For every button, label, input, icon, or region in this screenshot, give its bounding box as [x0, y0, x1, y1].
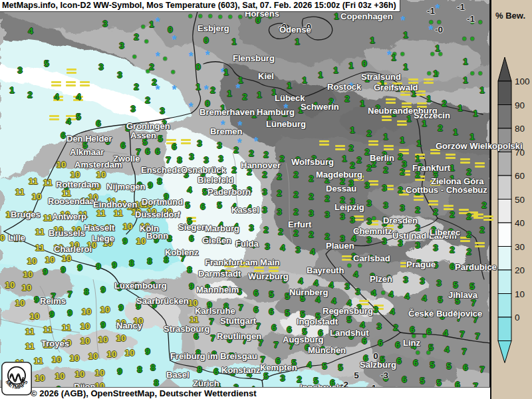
- metmaps-logo: METMAPS: [1, 362, 32, 396]
- svg-text:70: 70: [515, 148, 525, 158]
- svg-text:30: 30: [515, 242, 525, 252]
- svg-text:90: 90: [515, 100, 525, 110]
- copyright-text: © 2026 (AGB), OpenStreetMap, Deutscher W…: [31, 388, 256, 398]
- svg-text:40: 40: [515, 218, 525, 228]
- colorbar: 1009080706050403020100: [491, 0, 532, 399]
- svg-text:0: 0: [515, 313, 520, 323]
- svg-text:50: 50: [515, 195, 525, 205]
- title-bar: MetMaps.info, Icon-D2 WW-Symbol, Mos Tem…: [0, 0, 400, 12]
- weather-map-image: [0, 0, 491, 399]
- copyright-bar: © 2026 (AGB), OpenStreetMap, Deutscher W…: [0, 387, 490, 399]
- cloud-shading: [0, 0, 491, 399]
- map-title: MetMaps.info, Icon-D2 WW-Symbol, Mos Tem…: [2, 1, 396, 10]
- map-area: [0, 0, 491, 399]
- svg-text:60: 60: [515, 171, 525, 181]
- svg-text:80: 80: [515, 124, 525, 134]
- weather-map-app: % Bew. 1009080706050403020100 **********…: [0, 0, 532, 399]
- svg-text:10: 10: [515, 289, 525, 299]
- colorbar-panel: % Bew. 1009080706050403020100: [491, 0, 532, 399]
- svg-text:100: 100: [515, 76, 530, 86]
- svg-text:20: 20: [515, 265, 525, 275]
